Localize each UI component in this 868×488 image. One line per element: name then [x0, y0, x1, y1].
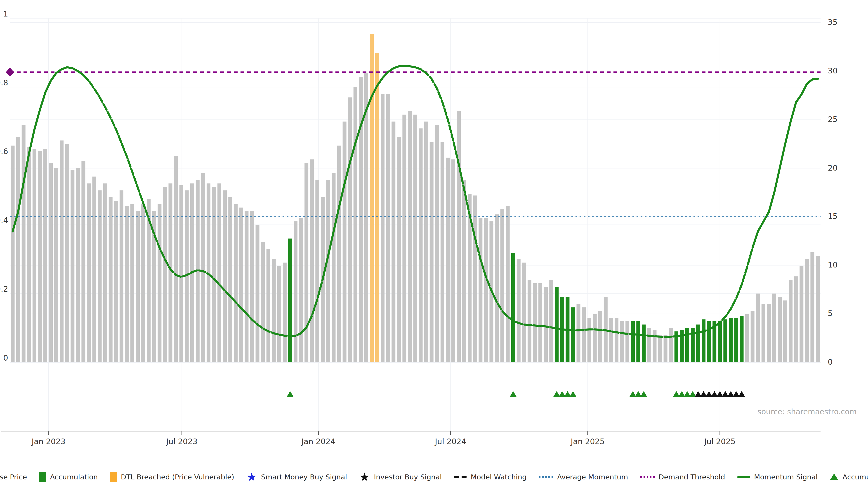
close-price-bar [141, 204, 145, 362]
accumulation-bar [729, 318, 733, 362]
y-left-tick-label: 0.2 [0, 285, 8, 293]
close-price-bar [446, 158, 450, 362]
close-price-bar [27, 147, 31, 362]
close-price-bar [125, 206, 129, 362]
close-price-bar [615, 318, 618, 362]
close-price-bar [658, 335, 662, 362]
close-price-bar [136, 211, 140, 362]
accumulation-bar [740, 316, 744, 362]
close-price-bar [435, 125, 439, 362]
legend-marker-accumulation-marker-icon [830, 474, 838, 480]
close-price-bar [500, 209, 504, 362]
legend-item-model-watching: Model Watching [454, 473, 526, 481]
close-price-bar [430, 142, 434, 362]
close-price-bar [609, 318, 613, 362]
close-price-bar [538, 283, 542, 362]
close-price-bar [43, 149, 47, 362]
close-price-bar [54, 168, 58, 362]
close-price-bar [245, 211, 248, 362]
close-price-bar [778, 297, 782, 362]
accumulation-bar [636, 321, 640, 362]
close-price-bar [756, 293, 760, 362]
accumulation-bar [288, 238, 292, 362]
close-price-bar [130, 204, 134, 362]
close-price-bar [60, 140, 64, 362]
accumulation-triangle-marker [509, 391, 517, 397]
close-price-bar [789, 280, 793, 362]
close-price-bar [11, 146, 15, 362]
accumulation-bar [696, 324, 700, 362]
close-price-bar [587, 318, 591, 362]
close-price-bar [98, 191, 102, 363]
legend-label-investor-buy: Investor Buy Signal [374, 473, 442, 481]
accumulation-bar [707, 321, 711, 362]
close-price-bar [544, 287, 548, 362]
legend-label-demand-threshold: Demand Threshold [659, 473, 725, 481]
close-price-bar [223, 191, 227, 363]
close-price-bar [283, 263, 287, 362]
legend-item-dtl-breached: DTL Breached (Price Vulnerable) [110, 472, 234, 482]
close-price-bar [180, 185, 183, 362]
close-price-bar [22, 125, 26, 362]
close-price-bar [593, 314, 597, 362]
close-price-bar [402, 115, 406, 362]
legend-marker-smart-money-buy-icon: ★ [246, 472, 257, 482]
close-price-bar [478, 218, 483, 362]
close-price-bar [168, 184, 172, 362]
close-price-bar [484, 218, 488, 362]
legend-item-accumulation: Accumulation [39, 472, 98, 482]
chart-canvas: Jan 2023Jul 2023Jan 2024Jul 2024Jan 2025… [0, 0, 868, 488]
legend-item-average-momentum: Average Momentum [539, 473, 628, 481]
accumulation-bar [555, 287, 559, 362]
legend-marker-average-momentum-icon [539, 476, 553, 478]
close-price-bar [800, 266, 803, 362]
close-price-bar [228, 197, 232, 362]
close-price-bar [647, 328, 651, 362]
x-axis-tick-label: Jan 2025 [570, 437, 604, 446]
close-price-bar [783, 300, 787, 362]
close-price-bar [528, 280, 531, 362]
close-price-bar [315, 180, 319, 362]
close-price-bar [120, 191, 123, 363]
model-watching-triangle-marker [738, 391, 745, 397]
close-price-bar [495, 215, 499, 362]
close-price-bar [158, 204, 161, 362]
close-price-bar [109, 197, 113, 362]
close-price-bar [348, 97, 352, 362]
price-momentum-chart-figure: Jan 2023Jul 2023Jan 2024Jul 2024Jan 2025… [0, 0, 868, 488]
close-price-bar [767, 304, 771, 362]
close-price-bar [664, 335, 668, 362]
close-price-bar [452, 159, 455, 362]
accumulation-triangle-marker [569, 391, 577, 397]
close-price-bar [381, 94, 384, 362]
close-price-bar [70, 170, 74, 362]
legend-marker-demand-threshold-icon [640, 476, 655, 478]
close-price-bar [408, 111, 412, 362]
x-axis-tick-label: Jul 2024 [434, 437, 466, 446]
legend-item-close-price: Close Price [0, 472, 27, 482]
legend-item-smart-money-buy: ★Smart Money Buy Signal [246, 472, 347, 482]
legend-label-accumulation: Accumulation [50, 473, 98, 481]
accumulation-bar [723, 320, 727, 362]
close-price-bar [653, 330, 656, 362]
dtl-breached-bar [370, 34, 374, 362]
accumulation-bar [511, 253, 515, 362]
close-price-bar [305, 163, 308, 362]
close-price-bar [413, 115, 417, 362]
close-price-bar [353, 87, 358, 362]
close-price-bar [163, 187, 167, 362]
close-price-bar [114, 201, 118, 362]
close-price-bar [343, 122, 346, 362]
close-price-bar [473, 195, 477, 362]
momentum-signal-line [323, 66, 415, 279]
close-price-bar [386, 94, 390, 362]
legend-label-model-watching: Model Watching [471, 473, 526, 481]
close-price-bar [49, 163, 53, 362]
close-price-bar [16, 137, 20, 362]
close-price-bar [261, 242, 265, 362]
close-price-bar [76, 168, 80, 362]
close-price-bar [598, 311, 602, 362]
close-price-bar [310, 159, 314, 362]
legend-item-accumulation-marker: Accumulation [830, 473, 868, 481]
close-price-bar [87, 184, 91, 362]
